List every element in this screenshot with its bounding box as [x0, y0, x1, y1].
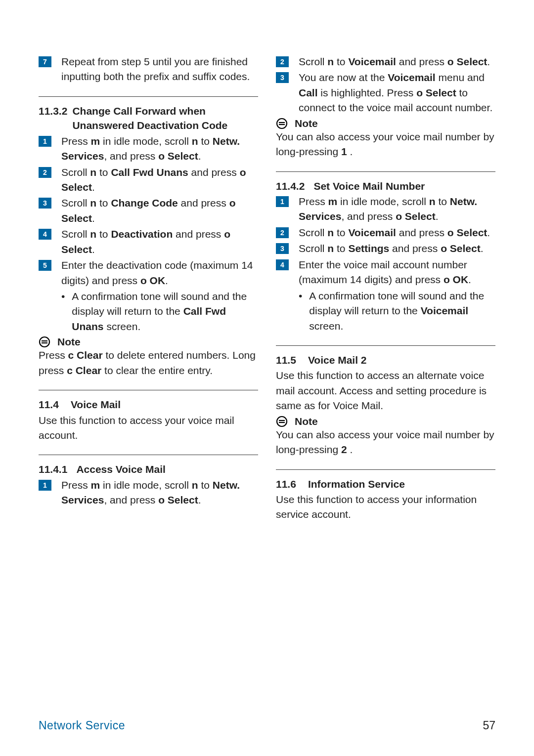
step-number: 1 [39, 136, 51, 147]
bullet-text: A confirmation tone will sound and the d… [309, 289, 495, 334]
step-text: Press m in idle mode, scroll n to Netw. … [61, 134, 258, 164]
step-1: 1 Press m in idle mode, scroll n to Netw… [39, 134, 258, 164]
heading-11-4-2: 11.4.2Set Voice Mail Number [276, 179, 495, 193]
heading-number: 11.3.2 [39, 104, 67, 133]
svg-point-6 [277, 417, 287, 426]
note-label: Note [295, 416, 318, 427]
heading-number: 11.5 [276, 354, 296, 366]
note-icon [276, 416, 288, 427]
heading-number: 11.4.2 [276, 180, 305, 192]
heading-title: Voice Mail [71, 399, 121, 410]
paragraph: Use this function to access your voice m… [39, 413, 258, 443]
bullet: • A confirmation tone will sound and the… [276, 289, 495, 334]
step-text: Enter the voice mail account number (max… [299, 257, 495, 288]
heading-number: 11.4 [39, 399, 59, 410]
step-number: 3 [39, 198, 51, 209]
step-number: 2 [39, 167, 51, 178]
heading-title: Information Service [308, 478, 405, 490]
note-text: Press c Clear to delete entered numbers.… [39, 348, 258, 378]
columns: 7 Repeat from step 5 until you are finis… [39, 54, 495, 523]
step-1: 1 Press m in idle mode, scroll n to Netw… [276, 194, 495, 224]
step-text: You are now at the Voicemail menu and Ca… [299, 70, 495, 115]
bullet-text: A confirmation tone will sound and the d… [72, 289, 258, 334]
step-number: 2 [276, 56, 289, 67]
heading-11-4-1: 11.4.1Access Voice Mail [39, 462, 258, 476]
step-number: 7 [39, 56, 51, 67]
bullet: • A confirmation tone will sound and the… [39, 289, 258, 334]
bullet-icon: • [299, 289, 302, 334]
step-text: Scroll n to Call Fwd Unans and press o S… [61, 165, 258, 195]
right-column: 2 Scroll n to Voicemail and press o Sele… [276, 54, 495, 523]
note-icon [276, 118, 288, 129]
step-text: Scroll n to Change Code and press o Sele… [61, 196, 258, 226]
note-label: Note [295, 118, 318, 129]
separator [276, 171, 495, 172]
page-number: 57 [483, 719, 495, 732]
step-text: Press m in idle mode, scroll n to Netw. … [61, 478, 258, 508]
step-4: 4 Scroll n to Deactivation and press o S… [39, 227, 258, 257]
heading-11-6: 11.6Information Service [276, 477, 495, 491]
separator [39, 390, 258, 390]
separator [39, 455, 258, 455]
bullet-icon: • [61, 289, 65, 334]
separator [276, 345, 495, 346]
step-number: 1 [276, 196, 289, 207]
note-icon [39, 336, 50, 348]
step-text: Scroll n to Settings and press o Select. [299, 241, 495, 256]
manual-page: 7 Repeat from step 5 until you are finis… [0, 0, 534, 756]
step-7: 7 Repeat from step 5 until you are finis… [39, 54, 258, 84]
step-number: 5 [39, 260, 51, 271]
step-number: 3 [276, 72, 289, 83]
heading-11-4: 11.4Voice Mail [39, 397, 258, 412]
step-text: Press m in idle mode, scroll n to Netw. … [299, 194, 495, 224]
step-4: 4 Enter the voice mail account number (m… [276, 257, 495, 288]
step-number: 1 [39, 480, 51, 491]
step-2: 2 Scroll n to Voicemail and press o Sele… [276, 225, 495, 240]
heading-title: Access Voice Mail [76, 463, 166, 475]
heading-11-3-2: 11.3.2 Change Call Forward when Unanswer… [39, 104, 258, 133]
paragraph: Use this function to access your informa… [276, 492, 495, 522]
note: Note [276, 118, 495, 129]
note: Note [39, 336, 258, 348]
left-column: 7 Repeat from step 5 until you are finis… [39, 54, 258, 523]
paragraph: Use this function to access an alternate… [276, 368, 495, 413]
note-text: You can also access your voice mail numb… [276, 129, 495, 160]
footer-section: Network Service [39, 719, 125, 732]
step-text: Repeat from step 5 until you are finishe… [61, 54, 258, 84]
step-text: Scroll n to Deactivation and press o Sel… [61, 227, 258, 257]
svg-point-3 [277, 119, 287, 128]
heading-number: 11.4.1 [39, 463, 67, 475]
step-number: 4 [39, 229, 51, 240]
step-number: 3 [276, 243, 289, 254]
note: Note [276, 416, 495, 427]
heading-title: Change Call Forward when Unanswered Deac… [72, 104, 258, 133]
svg-point-0 [40, 337, 49, 347]
step-number: 2 [276, 227, 289, 238]
step-3: 3 You are now at the Voicemail menu and … [276, 70, 495, 115]
step-number: 4 [276, 259, 289, 270]
heading-title: Voice Mail 2 [308, 354, 367, 366]
step-5: 5 Enter the deactivation code (maximum 1… [39, 258, 258, 288]
step-3: 3 Scroll n to Settings and press o Selec… [276, 241, 495, 256]
step-text: Enter the deactivation code (maximum 14 … [61, 258, 258, 288]
step-text: Scroll n to Voicemail and press o Select… [299, 54, 495, 69]
heading-11-5: 11.5Voice Mail 2 [276, 353, 495, 367]
note-text: You can also access your voice mail numb… [276, 427, 495, 458]
separator [276, 469, 495, 470]
step-2: 2 Scroll n to Voicemail and press o Sele… [276, 54, 495, 69]
heading-title: Set Voice Mail Number [313, 180, 425, 192]
footer: Network Service 57 [39, 719, 495, 732]
step-2: 2 Scroll n to Call Fwd Unans and press o… [39, 165, 258, 195]
heading-number: 11.6 [276, 478, 296, 490]
step-3: 3 Scroll n to Change Code and press o Se… [39, 196, 258, 226]
step-1: 1 Press m in idle mode, scroll n to Netw… [39, 478, 258, 508]
step-text: Scroll n to Voicemail and press o Select… [299, 225, 495, 240]
note-label: Note [57, 336, 81, 348]
separator [39, 96, 258, 97]
